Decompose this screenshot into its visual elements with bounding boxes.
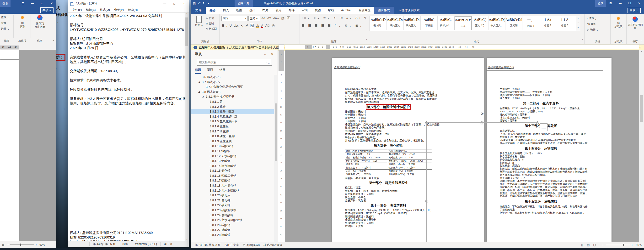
align-right-icon[interactable]: ☰ [315, 24, 319, 27]
menu-item[interactable]: 帮助(H) [128, 8, 138, 12]
page-indicator[interactable]: 第 248 页, 共 633 页 [195, 243, 221, 247]
style-option[interactable]: AaBbCc 投标文件... [438, 16, 454, 30]
nav-heading-item[interactable]: ◢ 3.8.1 安全技术说明书 [191, 94, 274, 99]
nav-search-box[interactable]: ⌕ ⌄ [197, 59, 272, 66]
addins-button[interactable]: 加载项 [17, 16, 28, 28]
layout-options-button[interactable] [540, 123, 548, 131]
search-icon[interactable]: ⌕ ⌄ [266, 60, 270, 64]
maximize-icon[interactable]: □ [170, 2, 179, 5]
ribbon-tab[interactable]: 引用 [272, 7, 285, 14]
tab-stop-selector[interactable]: L [278, 45, 284, 50]
minimize-icon[interactable]: — [28, 2, 37, 5]
word-count[interactable]: 23112 个字 [224, 243, 239, 247]
menu-item[interactable]: 查看(V) [114, 8, 124, 12]
nav-heading-item[interactable]: 3.8.1.4 氢氧化钾 - 章 [191, 114, 274, 119]
increase-indent-icon[interactable]: ⇥ [340, 16, 344, 20]
ribbon-tab[interactable]: 视图 [311, 7, 324, 14]
ribbon-tab[interactable]: 开始 [206, 7, 219, 14]
nav-heading-item[interactable]: 3.8.1.26 碳酸钠 [191, 223, 274, 228]
zoom-slider[interactable] [606, 245, 630, 245]
change-case-icon[interactable]: Aa⌄ [273, 16, 280, 20]
signin-button[interactable]: 登录 [0, 0, 10, 7]
underline-icon[interactable]: U [230, 24, 232, 27]
nav-heading-item[interactable]: 3.8.1.14 硫代硫酸钠 [191, 164, 274, 169]
menu-item[interactable]: 编辑(E) [86, 8, 96, 12]
nav-heading-item[interactable]: 3.8.1.2 硫酸 [191, 104, 274, 109]
highlight-color-icon[interactable]: ab [256, 24, 259, 28]
paste-button[interactable]: 粘贴 ⌄ [194, 16, 204, 27]
multilevel-list-icon[interactable]: ≣⌄ [323, 16, 331, 20]
scroll-down-icon[interactable]: ⌄ [185, 237, 189, 241]
strikethrough-icon[interactable]: abc [234, 24, 239, 27]
nav-heading-item[interactable]: 3.8.1.24 氯铂酸钾 [191, 213, 274, 218]
styles-gallery-scroll[interactable]: ˄˅▾ [576, 16, 580, 31]
nav-heading-item[interactable]: 3.8.1.16 磷酸二氢钠 [191, 173, 274, 178]
nav-heading-item[interactable]: 3.8.1.19 无水亚硫酸钠 [191, 188, 274, 193]
borders-icon[interactable]: ⊞⌄ [356, 24, 364, 27]
show-marks-icon[interactable]: ¶ [364, 16, 368, 20]
indent-markers[interactable]: ▾▴ [312, 46, 319, 48]
italic-icon[interactable]: I [226, 24, 227, 27]
ribbon-tab[interactable]: 百度网盘 [355, 7, 374, 14]
ribbon-tab[interactable]: 绘图 [232, 7, 246, 14]
view-mode-icon[interactable]: ▦ [2, 243, 4, 246]
close-icon[interactable]: ✕ [634, 2, 644, 5]
document-canvas[interactable]: 盘锦鸿盛实业有限公司 倒空的容器可能残留有害物。储存注意是事项：储存于阴凉、通风… [285, 50, 639, 242]
expand-arrow-icon[interactable]: ◢ [202, 94, 204, 99]
nav-heading-item[interactable]: 3.8.1.15 氯化镁 [191, 168, 274, 173]
forward-icon[interactable]: → [62, 106, 66, 111]
zoom-value[interactable]: 90% [40, 243, 45, 246]
nav-heading-item[interactable]: 3.8.1.25 七水合硫酸亚铁 [191, 218, 274, 223]
zoom-out-icon[interactable]: − [7, 243, 8, 246]
save-to-baidu-button[interactable]: 保存到百度网盘 [32, 15, 47, 29]
style-option[interactable]: 1.1 A 标题 3 [556, 16, 573, 30]
zoom-value[interactable]: 80% [119, 242, 132, 246]
character-border-icon[interactable]: A [287, 16, 290, 20]
redo-icon[interactable]: ↻ [203, 2, 205, 5]
ribbon-tab[interactable]: Acrobat [338, 7, 355, 14]
shrink-font-icon[interactable]: A˅ [267, 17, 271, 20]
cut-button[interactable]: ✂ 剪切 [206, 17, 214, 20]
replace-button[interactable]: 替换 [1, 21, 6, 25]
nav-heading-item[interactable]: 3.8.1.20 碘化汞 [191, 193, 274, 198]
style-option[interactable]: AaBbC 节标题 [421, 16, 438, 30]
language-indicator[interactable]: 🖹 英语(美国) [243, 243, 260, 247]
style-option[interactable]: AaBbCcDc 表内正文 [387, 16, 404, 30]
zoom-slider-thumb[interactable] [20, 243, 21, 246]
ribbon-tab[interactable]: 邮件 [285, 7, 298, 14]
nav-heading-item[interactable]: 3.8.1.12 无水碳酸钠 [191, 154, 274, 159]
read-mode-icon[interactable]: ▥ [579, 243, 585, 247]
replace-button[interactable]: ab 替换 [587, 22, 596, 26]
shading-icon[interactable]: ▨⌄ [345, 24, 353, 27]
decrease-indent-icon[interactable]: ⇤ [334, 16, 338, 20]
minimize-icon[interactable]: — [160, 2, 170, 5]
bold-icon[interactable]: B [222, 24, 224, 27]
ribbon-tab[interactable]: 插入 [219, 7, 232, 14]
subscript-icon[interactable]: x₂ [241, 24, 244, 27]
qat-dropdown-icon[interactable]: ▾ [208, 2, 209, 5]
rotate-handle-icon[interactable]: ⟳ [480, 111, 485, 116]
undo-icon[interactable]: ↺ [198, 2, 200, 5]
save-icon[interactable]: ▤ [193, 2, 196, 5]
distribute-icon[interactable]: ☱ [328, 24, 332, 27]
nav-heading-item[interactable]: 3.8.1.27 碘酸钾 [191, 227, 274, 232]
numbering-icon[interactable]: ≡⌄ [314, 16, 321, 20]
notepad-window[interactable]: *无标题 - 记事本 — □ ✕ 文件(F)编辑(E)格式(O)查看(V)帮助(… [68, 0, 189, 247]
nav-tab[interactable]: 结果 [219, 68, 225, 74]
nav-heading-item[interactable]: 3.8.1.8 磷酸二氢钾 [191, 134, 274, 139]
close-nav-icon[interactable]: ✕ [271, 52, 274, 56]
ribbon-tab[interactable]: 布局 [259, 7, 272, 14]
nav-heading-item[interactable]: ◢ 3.7 形式评审7 [191, 80, 274, 85]
ribbon-tab[interactable]: 文件 [191, 7, 206, 14]
nav-heading-item[interactable]: ◢ 3.8 形式评审8 [191, 90, 274, 95]
ribbon-options-icon[interactable]: ⊡ [606, 2, 615, 5]
nav-heading-item[interactable]: 3.8.1.11 钼酸铵 [191, 149, 274, 154]
collapse-ribbon-icon[interactable]: ⌃ [52, 40, 54, 43]
nav-heading-item[interactable]: 3.8.1.22 碘化钾 [191, 203, 274, 208]
format-painter-button[interactable]: ✎ 格式刷 [206, 27, 217, 31]
text-effects-icon[interactable]: 🄰 [250, 24, 254, 28]
align-left-icon[interactable]: ☰ [302, 24, 306, 27]
expand-arrow-icon[interactable]: ◢ [198, 80, 200, 85]
zoom-slider[interactable] [10, 244, 34, 245]
find-button[interactable]: 查找 ⌄ [1, 16, 10, 19]
